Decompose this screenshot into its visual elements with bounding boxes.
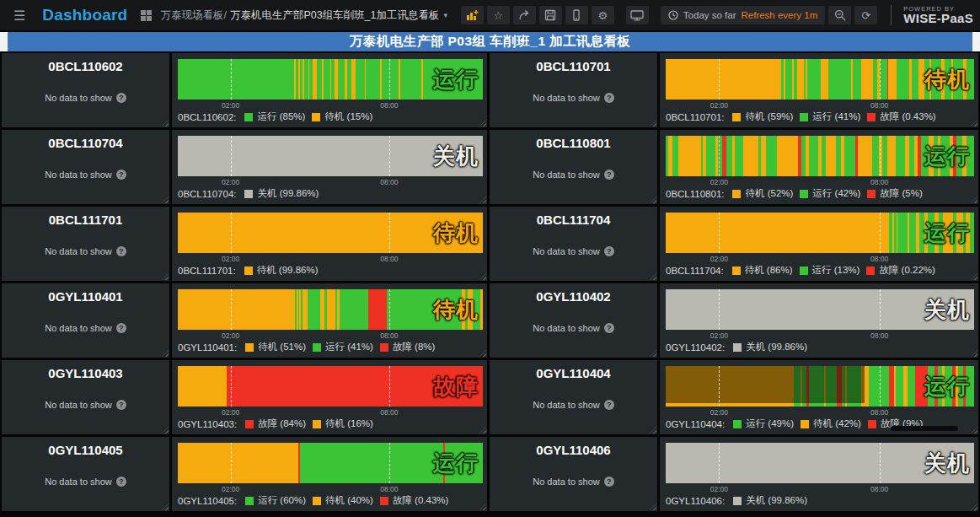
timeline-segment-run[interactable] xyxy=(853,59,861,100)
timeline-segment-run[interactable] xyxy=(400,59,421,100)
panel-title[interactable]: 0BCL110801 xyxy=(536,136,610,150)
timeline-segment-run[interactable] xyxy=(809,136,818,176)
timeline-segment-run[interactable] xyxy=(356,59,364,100)
breadcrumb-current[interactable]: 万泰机电生产部P03组车削班_1加工讯息看板 xyxy=(230,8,440,23)
timeline-segment-standby[interactable] xyxy=(821,59,828,100)
resize-handle[interactable] xyxy=(650,504,656,510)
legend-swatch-fault[interactable] xyxy=(245,420,254,428)
dashboard-logo[interactable]: Dashboard xyxy=(42,6,127,24)
timeline-segment-standby[interactable] xyxy=(480,289,483,330)
timeline-segment-standby[interactable] xyxy=(887,136,896,176)
legend-swatch-run[interactable] xyxy=(245,497,254,505)
resize-handle[interactable] xyxy=(162,427,169,434)
timeline-segment-run[interactable] xyxy=(340,289,369,330)
legend-swatch-standby[interactable] xyxy=(732,267,741,275)
panel-title[interactable]: 0GYL110404 xyxy=(536,366,610,380)
settings-button[interactable]: ⚙ xyxy=(592,6,614,24)
timeline-segment-run[interactable] xyxy=(970,213,974,253)
dashboard-grid-icon[interactable] xyxy=(141,10,152,21)
status-timeline[interactable]: 故障 xyxy=(178,366,483,407)
legend-swatch-standby[interactable] xyxy=(245,343,254,352)
zoom-out-button[interactable] xyxy=(828,6,851,24)
breadcrumb-root[interactable]: 万泰现场看板/ xyxy=(160,8,226,23)
timeline-segment-standby[interactable] xyxy=(666,213,889,253)
timeline-segment-run[interactable] xyxy=(324,59,330,100)
timeline-segment-run[interactable] xyxy=(672,136,678,176)
timeline-segment-run[interactable] xyxy=(807,59,821,100)
panel-title[interactable]: 0BCL110704 xyxy=(48,136,122,150)
help-icon[interactable]: ? xyxy=(604,170,614,180)
timeline-segment-run[interactable] xyxy=(908,366,915,407)
timeline-segment-run[interactable] xyxy=(706,136,716,176)
timeline-segment-run[interactable] xyxy=(872,136,879,176)
legend-swatch-run[interactable] xyxy=(800,113,808,121)
panel-title[interactable]: 0GYL110405 xyxy=(48,443,122,457)
status-timeline[interactable]: 运行 xyxy=(178,443,483,483)
timeline-segment-run[interactable] xyxy=(178,59,294,100)
help-icon[interactable]: ? xyxy=(116,400,126,410)
timeline-segment-standby[interactable] xyxy=(178,443,298,483)
status-timeline[interactable]: 关机 xyxy=(178,136,483,176)
timeline-segment-fault[interactable] xyxy=(368,289,387,330)
timeline-segment-standby[interactable] xyxy=(678,136,701,176)
legend-swatch-run[interactable] xyxy=(244,113,253,121)
timeline-segment-standby[interactable] xyxy=(666,59,781,100)
share-button[interactable] xyxy=(513,6,536,24)
timeline-segment-run[interactable] xyxy=(880,59,886,100)
timeline-segment-run[interactable] xyxy=(896,366,903,407)
panel-title[interactable]: 0BCL111701 xyxy=(49,213,123,227)
legend-swatch-standby[interactable] xyxy=(312,113,320,121)
timeline-segment-standby[interactable] xyxy=(861,59,874,100)
timeline-segment-run[interactable] xyxy=(300,443,443,483)
legend-swatch-standby[interactable] xyxy=(732,113,741,121)
resize-handle[interactable] xyxy=(650,273,656,280)
timeline-segment-standby[interactable] xyxy=(178,289,295,330)
resize-handle[interactable] xyxy=(162,350,169,357)
timeline-segment-run[interactable] xyxy=(828,59,850,100)
timeline-segment-standby[interactable] xyxy=(178,366,227,407)
timeline-segment-run[interactable] xyxy=(844,136,855,176)
legend-swatch-run[interactable] xyxy=(313,343,321,352)
legend-swatch-off[interactable] xyxy=(244,190,253,198)
status-timeline[interactable]: 待机 xyxy=(178,213,483,253)
legend-swatch-off[interactable] xyxy=(733,343,742,352)
resize-handle[interactable] xyxy=(162,504,169,510)
help-icon[interactable]: ? xyxy=(116,477,126,487)
resize-handle[interactable] xyxy=(162,273,169,280)
help-icon[interactable]: ? xyxy=(604,323,614,333)
status-timeline[interactable]: 运行 xyxy=(666,213,974,253)
resize-handle[interactable] xyxy=(650,197,656,203)
panel-title[interactable]: 0BCL111704 xyxy=(537,213,611,227)
chevron-down-icon[interactable]: ▾ xyxy=(444,11,448,19)
legend-swatch-fault[interactable] xyxy=(380,497,388,505)
legend-swatch-standby[interactable] xyxy=(732,190,741,198)
panel-title[interactable]: 0GYL110406 xyxy=(536,443,610,457)
panel-title[interactable]: 0GYL110401 xyxy=(48,289,122,304)
scrollbar-thumb[interactable] xyxy=(891,426,958,431)
resize-handle[interactable] xyxy=(162,120,169,127)
legend-swatch-standby[interactable] xyxy=(244,267,253,275)
refresh-button[interactable]: ⟳ xyxy=(854,6,877,24)
timeline-segment-run[interactable] xyxy=(785,59,792,100)
status-timeline[interactable]: 运行 xyxy=(666,366,974,407)
timeline-segment-run[interactable] xyxy=(896,136,906,176)
timeline-segment-standby[interactable] xyxy=(918,59,924,100)
timeline-segment-standby[interactable] xyxy=(888,59,897,100)
status-timeline[interactable]: 运行 xyxy=(178,59,483,100)
timeline-segment-run[interactable] xyxy=(836,136,842,176)
status-timeline[interactable]: 关机 xyxy=(666,443,974,483)
timeline-segment-standby[interactable] xyxy=(858,136,872,176)
resize-handle[interactable] xyxy=(650,120,656,127)
legend-swatch-fault[interactable] xyxy=(867,113,876,121)
favorite-button[interactable]: ☆ xyxy=(487,6,510,24)
legend-swatch-fault[interactable] xyxy=(866,267,875,275)
status-timeline[interactable]: 关机 xyxy=(666,289,974,330)
timeline-segment-standby[interactable] xyxy=(743,136,758,176)
tv-mode-button[interactable] xyxy=(626,6,649,24)
timeline-segment-run[interactable] xyxy=(909,213,916,253)
timeline-segment-run[interactable] xyxy=(338,59,345,100)
help-icon[interactable]: ? xyxy=(116,93,126,103)
mobile-view-button[interactable] xyxy=(565,6,588,24)
resize-handle[interactable] xyxy=(650,350,656,357)
legend-swatch-run[interactable] xyxy=(800,190,808,198)
